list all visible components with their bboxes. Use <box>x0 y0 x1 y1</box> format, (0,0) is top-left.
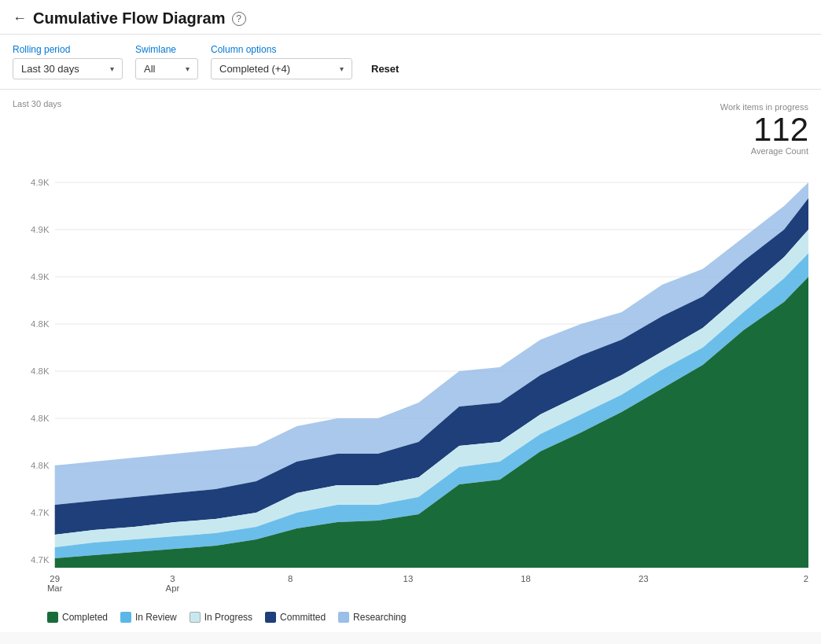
y-label-8: 4.7K <box>31 508 50 517</box>
y-label-1: 4.9K <box>31 178 50 187</box>
legend-item-committed: Committed <box>265 612 326 623</box>
x-label-23: 23 <box>639 574 649 583</box>
completed-swatch <box>47 612 58 623</box>
rolling-period-label: Rolling period <box>13 44 123 55</box>
y-label-7: 4.8K <box>31 461 50 470</box>
back-icon: ← <box>13 10 27 27</box>
x-label-3: 3 <box>170 574 175 583</box>
chart-svg: 4.9K 4.9K 4.9K 4.8K 4.8K 4.8K 4.8K 4.7K … <box>13 159 808 599</box>
legend-item-in-review: In Review <box>120 612 177 623</box>
legend-item-completed: Completed <box>47 612 108 623</box>
column-options-group: Column options Completed (+4) ▾ <box>211 44 352 79</box>
filters-bar: Rolling period Last 30 days ▾ Swimlane A… <box>0 35 821 90</box>
column-options-select[interactable]: Completed (+4) ▾ <box>211 58 352 79</box>
stats-label: Work items in progress 112 Average Count <box>720 99 808 156</box>
in-review-swatch <box>120 612 131 623</box>
swimlane-label: Swimlane <box>135 44 198 55</box>
x-label-13: 13 <box>403 574 414 583</box>
in-review-label: In Review <box>135 612 177 623</box>
x-label-mar: Mar <box>47 583 63 593</box>
x-label-18: 18 <box>521 574 531 583</box>
swimlane-select[interactable]: All ▾ <box>135 58 198 79</box>
committed-label: Committed <box>280 612 326 623</box>
chart-container: Last 30 days Work items in progress 112 … <box>0 90 821 605</box>
count-value: 112 <box>720 113 808 146</box>
y-label-2: 4.9K <box>31 225 50 234</box>
rolling-period-group: Rolling period Last 30 days ▾ <box>13 44 123 79</box>
y-label-3: 4.9K <box>31 272 50 282</box>
y-label-9: 4.7K <box>31 555 50 565</box>
x-label-8: 8 <box>288 574 293 583</box>
swimlane-value: All <box>144 63 155 75</box>
x-label-29: 29 <box>50 574 60 583</box>
chevron-down-icon: ▾ <box>340 64 344 73</box>
in-progress-swatch <box>190 612 201 623</box>
swimlane-group: Swimlane All ▾ <box>135 44 198 79</box>
x-label-apr: Apr <box>166 583 180 593</box>
column-options-value: Completed (+4) <box>219 63 290 75</box>
chart-top-labels: Last 30 days Work items in progress 112 … <box>13 99 808 156</box>
legend-item-researching: Researching <box>338 612 406 623</box>
back-button[interactable]: ← <box>13 10 27 27</box>
avg-count-text: Average Count <box>720 146 808 156</box>
researching-swatch <box>338 612 349 623</box>
page-title: Cumulative Flow Diagram <box>33 9 226 28</box>
chevron-down-icon: ▾ <box>186 64 190 73</box>
y-label-6: 4.8K <box>31 414 50 423</box>
in-progress-label: In Progress <box>204 612 252 623</box>
rolling-period-select[interactable]: Last 30 days ▾ <box>13 58 123 79</box>
committed-swatch <box>265 612 276 623</box>
completed-label: Completed <box>62 612 108 623</box>
reset-button[interactable]: Reset <box>365 58 405 79</box>
x-label-28: 28 <box>804 574 808 583</box>
page-header: ← Cumulative Flow Diagram ? <box>0 0 821 35</box>
legend-item-in-progress: In Progress <box>190 612 252 623</box>
chart-area: 4.9K 4.9K 4.9K 4.8K 4.8K 4.8K 4.8K 4.7K … <box>13 159 808 599</box>
chevron-down-icon: ▾ <box>110 64 114 73</box>
chart-period-label: Last 30 days <box>13 99 61 109</box>
rolling-period-value: Last 30 days <box>21 63 79 75</box>
legend: Completed In Review In Progress Committe… <box>0 605 821 632</box>
column-options-label: Column options <box>211 44 352 55</box>
y-label-4: 4.8K <box>31 319 50 329</box>
y-label-5: 4.8K <box>31 366 50 376</box>
researching-label: Researching <box>353 612 406 623</box>
help-icon[interactable]: ? <box>232 12 246 26</box>
